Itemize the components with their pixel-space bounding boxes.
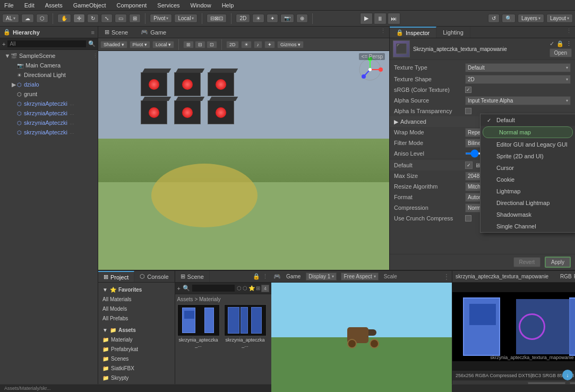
project-search-input[interactable] (192, 285, 235, 292)
menu-assets[interactable]: Assets (43, 2, 65, 8)
pivot-button[interactable]: Pivot ▾ (150, 14, 172, 23)
rect-tool-button[interactable]: ▭ (115, 14, 127, 23)
game-aspect-select[interactable]: Free Aspect ▾ (341, 272, 378, 280)
sidebar-prefabrykat[interactable]: 📁 Prefabrykat (100, 344, 173, 354)
project-tab-console[interactable]: ⬡ Console (134, 271, 174, 282)
gizmo-button[interactable]: ⊕ (296, 14, 308, 23)
srgb-checkbox[interactable]: ✓ (465, 87, 471, 93)
sidebar-all-models[interactable]: All Models (100, 304, 173, 313)
game-tab-item[interactable]: Game (283, 273, 304, 280)
default-checkbox[interactable]: ✓ (465, 161, 473, 169)
texture-shape-dropdown[interactable]: 2D ▾ (465, 75, 571, 84)
fx-scene-btn[interactable]: ✦ (264, 41, 275, 48)
rotate-tool-button[interactable]: ↻ (87, 14, 99, 23)
sidebar-skrypty[interactable]: 📁 Skrypty (100, 373, 173, 382)
project-add-icon[interactable]: + (177, 285, 181, 292)
project-tool1[interactable]: ⬡ (237, 285, 242, 291)
layout-button[interactable]: Layout ▾ (546, 14, 573, 23)
project-tool4[interactable]: ⊞ (256, 285, 260, 291)
dropdown-item-editorgui[interactable]: Editor GUI and Legacy GUI (480, 139, 575, 150)
hand-tool-button[interactable]: ✋ (57, 14, 71, 23)
collab-button[interactable]: ⬡ (36, 14, 48, 23)
scene-tab-scene[interactable]: ⊞ Scene (98, 27, 134, 38)
pivot-scene-btn[interactable]: Pivot ▾ (130, 41, 151, 48)
hierarchy-item-grunt[interactable]: ⬡ grunt (0, 89, 98, 99)
revert-button[interactable]: Revert (513, 257, 540, 267)
sidebar-favorites[interactable]: ▼ ⭐ Favorites (100, 285, 173, 294)
hierarchy-search-input[interactable] (7, 40, 86, 47)
bottom-scene-tab[interactable]: ⊞ Scene (175, 271, 210, 282)
dropdown-item-default[interactable]: ✓ Default (480, 114, 575, 126)
layers-button[interactable]: Layers ▾ (518, 14, 544, 23)
sidebar-scenes[interactable]: 📁 Scenes (100, 354, 173, 363)
inspector-menu-icon[interactable]: ⋮ (563, 27, 575, 38)
dropdown-item-lightmap[interactable]: Lightmap (480, 185, 575, 197)
search-button[interactable]: 🔍 (502, 14, 516, 23)
bottom-lock-icon[interactable]: 🔒 (253, 273, 260, 280)
asset-more-icon[interactable]: ⋮ (566, 40, 572, 47)
dropdown-item-sprite[interactable]: Sprite (2D and UI) (480, 150, 575, 162)
dropdown-item-singlechannel[interactable]: Single Channel (480, 220, 575, 232)
pause-button[interactable]: ⏸ (374, 13, 387, 24)
inspector-tab-inspector[interactable]: 🔒 Inspector (390, 27, 436, 38)
dropdown-item-cursor[interactable]: Cursor (480, 162, 575, 174)
asset-item-texture[interactable]: skrzynia_apteczka_... (177, 304, 220, 348)
scene-viewport[interactable]: <= Persp (98, 51, 389, 270)
dropdown-item-normalmap[interactable]: Normal map (483, 126, 573, 138)
2d-scene-btn[interactable]: 2D (226, 41, 239, 48)
hierarchy-item-dzialo[interactable]: ▶ ⬡ dzialo (0, 80, 98, 89)
dropdown-item-dirlightmap[interactable]: Directional Lightmap (480, 197, 575, 209)
sidebar-siatkifbx[interactable]: 📁 SiatkiFBX (100, 363, 173, 373)
fx-button[interactable]: ✦ (267, 14, 278, 23)
game-viewport[interactable] (271, 283, 452, 392)
2d-button[interactable]: 2D (236, 14, 250, 23)
shading-btn[interactable]: Shaded ▾ (100, 41, 127, 48)
menu-services[interactable]: Services (155, 2, 182, 8)
scroll-to-top-button[interactable]: ↓ (562, 370, 573, 380)
project-tab-project[interactable]: ⊞ Project (98, 271, 134, 282)
sidebar-assets[interactable]: ▼ 📁 Assets (100, 325, 173, 335)
project-tool2[interactable]: ⬡ (243, 285, 247, 291)
asset-item-texture2[interactable]: skrzynia_apteczka_... (224, 304, 267, 348)
game-display-select[interactable]: Display 1 ▾ (306, 272, 337, 280)
game-menu-icon[interactable]: ⋮ (443, 273, 450, 280)
menu-component[interactable]: Component (114, 2, 149, 8)
hierarchy-add-icon[interactable]: + (2, 41, 5, 47)
crunch-checkbox[interactable] (465, 215, 471, 221)
hierarchy-item-maincamera[interactable]: 📷 Main Camera (0, 61, 98, 70)
menu-window[interactable]: Window (188, 2, 213, 8)
scene-icon-btn1[interactable]: ⊞ (183, 41, 194, 48)
hierarchy-item-dirlight[interactable]: ☀ Directional Light (0, 70, 98, 80)
audio-scene-btn[interactable]: ♪ (254, 41, 263, 48)
hierarchy-item-samplescene[interactable]: ▼ 🎬 SampleScene ⋮ (0, 51, 98, 61)
move-tool-button[interactable]: ✛ (73, 14, 85, 23)
scene-icon-btn3[interactable]: ⊡ (207, 41, 217, 48)
menu-edit[interactable]: Edit (22, 2, 37, 8)
scene-tab-game[interactable]: 🎮 Game (134, 27, 173, 38)
undo-button[interactable]: ↺ (488, 14, 500, 23)
account-button[interactable]: AL ▾ (2, 14, 19, 23)
hierarchy-item-skrzynia1[interactable]: ⬡ skrzyniaApteczki … (0, 99, 98, 108)
cloud-button[interactable]: ☁ (21, 14, 34, 23)
sidebar-all-materials[interactable]: All Materials (100, 294, 173, 304)
sidebar-materialy[interactable]: 📁 Materialy (100, 335, 173, 344)
dropdown-item-cookie[interactable]: Cookie (480, 174, 575, 185)
local-scene-btn[interactable]: Local ▾ (152, 41, 174, 48)
local-button[interactable]: Local ▾ (174, 14, 198, 23)
step-button[interactable]: ⏭ (388, 13, 400, 24)
menu-gameobject[interactable]: GameObject (71, 2, 108, 8)
dropdown-item-shadowmask[interactable]: Shadowmask (480, 209, 575, 220)
alpha-transparency-checkbox[interactable] (465, 108, 471, 114)
play-button[interactable]: ▶ (360, 13, 373, 24)
icon-group-1[interactable]: ⊟⊠⊡ (207, 14, 227, 23)
project-tool3[interactable]: ⭐ (248, 285, 255, 291)
camera-button[interactable]: 📷 (280, 14, 294, 23)
inspector-tab-lighting[interactable]: Lighting (436, 27, 470, 38)
apply-button[interactable]: Apply (545, 257, 571, 268)
preview-ch-rgb[interactable]: RGB (560, 274, 572, 279)
lights-scene-btn[interactable]: ☀ (241, 41, 252, 48)
open-button[interactable]: Open (550, 48, 572, 57)
scale-tool-button[interactable]: ⤡ (101, 14, 113, 23)
gizmo-scene-btn[interactable]: Gizmos ▾ (277, 41, 304, 48)
texture-type-dropdown[interactable]: Default ▾ (465, 63, 571, 72)
